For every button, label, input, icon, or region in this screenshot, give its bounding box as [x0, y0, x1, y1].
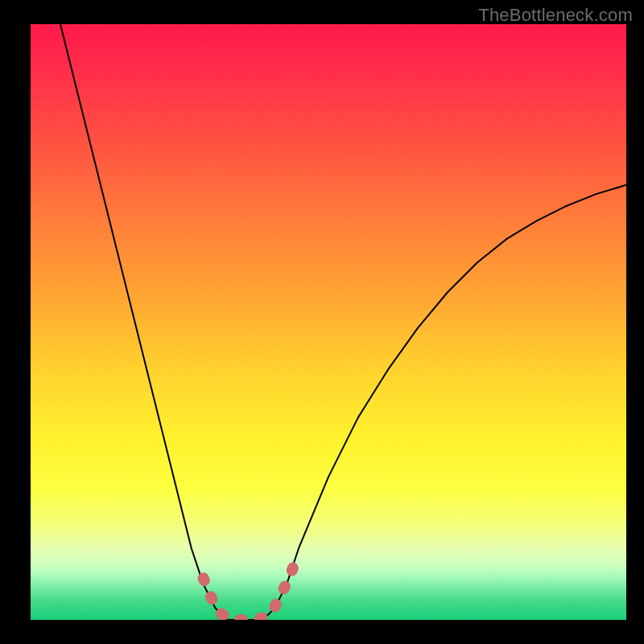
- plot-area: [31, 24, 626, 620]
- bottleneck-curve: [60, 24, 626, 620]
- chart-svg: [31, 24, 626, 620]
- watermark-text: TheBottleneck.com: [478, 5, 633, 26]
- chart-frame: TheBottleneck.com: [0, 0, 644, 644]
- optimal-zone-marker: [204, 560, 296, 620]
